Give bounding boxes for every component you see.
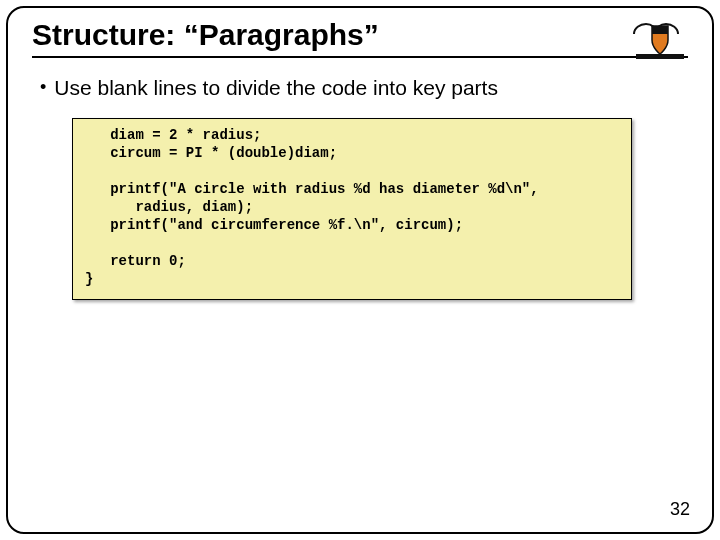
bullet-item: •Use blank lines to divide the code into…	[36, 74, 684, 102]
banner-icon	[636, 54, 684, 59]
slide-frame: Structure: “Paragraphs” •Use blank lines…	[6, 6, 714, 534]
shield-chief-icon	[652, 26, 668, 34]
slide-header: Structure: “Paragraphs”	[8, 8, 712, 64]
slide-title: Structure: “Paragraphs”	[32, 18, 688, 52]
bullet-text: Use blank lines to divide the code into …	[54, 76, 498, 99]
page-number: 32	[670, 499, 690, 520]
princeton-logo	[630, 18, 690, 62]
code-block: diam = 2 * radius; circum = PI * (double…	[72, 118, 632, 299]
slide-content: •Use blank lines to divide the code into…	[8, 64, 712, 300]
title-divider	[32, 56, 688, 58]
bullet-dot-icon: •	[40, 75, 46, 99]
